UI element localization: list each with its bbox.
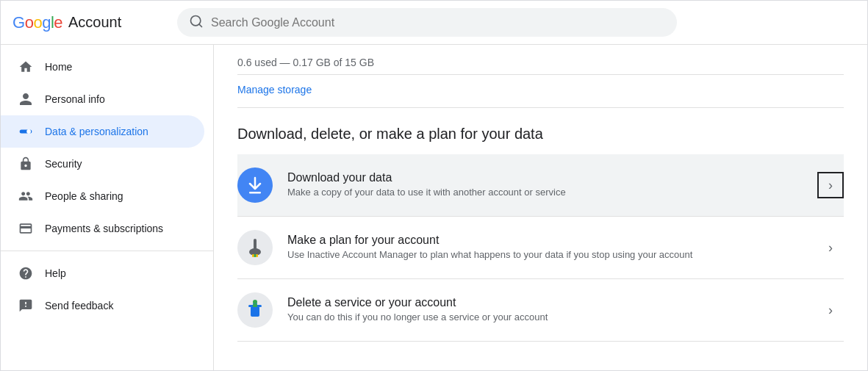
card-desc-download: Make a copy of your data to use it with … [287,186,808,199]
card-row-download[interactable]: Download your data Make a copy of your d… [237,154,844,217]
sidebar-label-send-feedback: Send feedback [45,300,113,311]
card-row-delete[interactable]: Delete a service or your account You can… [237,279,844,342]
sidebar-item-security[interactable]: Security [1,148,204,180]
google-logo: Google [12,13,62,32]
lock-icon [18,156,33,171]
header-title: Account [68,14,121,31]
card-desc-delete: You can do this if you no longer use a s… [287,311,808,324]
delete-icon-wrap [237,292,273,328]
sidebar-item-send-feedback[interactable]: Send feedback [1,289,204,322]
card-title-plan: Make a plan for your account [287,234,808,247]
feedback-icon [18,298,33,313]
search-icon [189,14,204,31]
sidebar-label-personal-info: Personal info [45,93,105,105]
card-row-plan[interactable]: Make a plan for your account Use Inactiv… [237,217,844,279]
chevron-icon-plan[interactable]: › [817,234,844,261]
svg-line-1 [199,24,202,27]
manage-storage-link[interactable]: Manage storage [237,75,844,108]
svg-point-16 [253,300,257,304]
card-text-download: Download your data Make a copy of your d… [287,171,808,199]
search-input-wrap[interactable] [177,8,677,37]
sidebar-label-home: Home [45,61,72,73]
card-title-download: Download your data [287,171,808,184]
sidebar: Home Personal info Data & personalizatio… [1,45,214,371]
svg-rect-17 [253,304,257,307]
chevron-icon-download[interactable]: › [817,172,844,198]
sidebar-divider [1,251,213,251]
sidebar-label-people-sharing: People & sharing [45,190,123,202]
search-input[interactable] [211,16,665,29]
help-icon [18,266,33,281]
sidebar-item-home[interactable]: Home [1,51,204,83]
sidebar-item-help[interactable]: Help [1,257,204,289]
card-text-delete: Delete a service or your account You can… [287,296,808,324]
svg-point-3 [26,129,31,134]
home-icon [18,60,33,74]
header: Google Account [1,1,867,45]
search-bar [177,8,677,37]
card-title-delete: Delete a service or your account [287,296,808,309]
sidebar-item-people-sharing[interactable]: People & sharing [1,180,204,212]
svg-rect-5 [249,192,261,194]
sidebar-item-payments[interactable]: Payments & subscriptions [1,212,204,245]
sidebar-item-data-personalization[interactable]: Data & personalization [1,115,204,148]
card-desc-plan: Use Inactive Account Manager to plan wha… [287,248,808,262]
main-content: 0.6 used — 0.17 GB of 15 GB Manage stora… [214,45,867,371]
sidebar-label-help: Help [45,267,66,279]
sidebar-label-payments: Payments & subscriptions [45,223,163,234]
storage-text: 0.6 used — 0.17 GB of 15 GB [237,57,374,68]
plan-icon-wrap [237,230,273,265]
layout: Home Personal info Data & personalizatio… [1,45,867,371]
sidebar-label-data-personalization: Data & personalization [45,126,148,137]
chevron-icon-delete[interactable]: › [817,297,844,323]
section-title: Download, delete, or make a plan for you… [237,108,844,154]
card-text-plan: Make a plan for your account Use Inactiv… [287,234,808,262]
person-icon [18,92,33,107]
download-icon-wrap [237,168,273,203]
toggle-icon [18,124,33,139]
svg-rect-11 [254,254,257,257]
logo-area: Google Account [12,13,159,32]
svg-rect-13 [251,306,259,317]
sidebar-item-personal-info[interactable]: Personal info [1,83,204,115]
sidebar-label-security: Security [45,158,82,170]
people-icon [18,189,33,203]
storage-bar-row: 0.6 used — 0.17 GB of 15 GB [237,45,844,75]
credit-card-icon [18,221,33,236]
